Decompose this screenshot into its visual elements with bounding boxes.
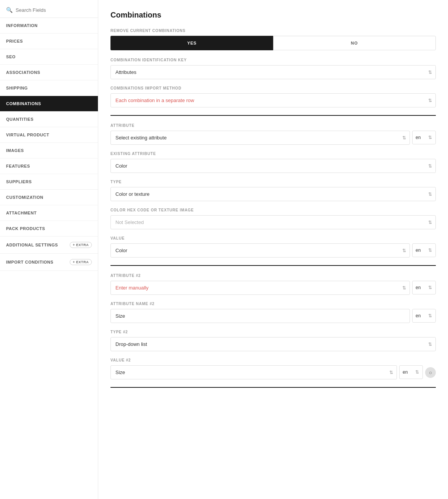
sidebar-item-label-customization: Customization	[6, 195, 43, 200]
sidebar-item-combinations[interactable]: Combinations	[0, 96, 98, 112]
value2-row: Size S M L XL ⇅ en ⇅ ○	[110, 365, 436, 379]
attribute2-group: ATTRIBUTE #2 Enter manually Select exist…	[110, 273, 436, 295]
value2-select-wrapper: Size S M L XL ⇅	[110, 365, 397, 379]
sidebar-item-additional-settings[interactable]: Additional Settings+ EXTRA	[0, 237, 98, 254]
value-lang-select[interactable]: en	[412, 243, 436, 257]
type-select-wrapper: Color or texture Drop-down list Radio bu…	[110, 187, 436, 201]
search-input[interactable]	[16, 7, 92, 13]
type2-group: TYPE #2 Drop-down list Color or texture …	[110, 330, 436, 351]
sidebar-item-extra-badge-import-conditions: + EXTRA	[70, 259, 92, 265]
attribute-label: ATTRIBUTE	[110, 123, 436, 128]
sidebar-item-quantities[interactable]: Quantities	[0, 112, 98, 127]
color-hex-select[interactable]: Not Selected	[110, 215, 436, 229]
attribute-name2-input[interactable]	[110, 309, 410, 323]
sidebar-item-label-import-conditions: Import Conditions	[6, 260, 53, 264]
type2-select[interactable]: Drop-down list Color or texture Radio bu…	[110, 337, 436, 351]
yes-button[interactable]: YES	[110, 36, 273, 50]
value-select-wrapper: Color ⇅	[110, 243, 410, 257]
combinations-import-method-label: COMBINATIONS IMPORT METHOD	[110, 86, 436, 90]
attribute2-row: Enter manually Select existing attribute…	[110, 281, 436, 295]
attribute-name2-lang-select-wrapper: en ⇅	[412, 309, 436, 323]
attribute2-label: ATTRIBUTE #2	[110, 273, 436, 278]
sidebar-item-information[interactable]: Information	[0, 18, 98, 34]
sidebar-search-container: 🔍	[0, 4, 98, 18]
value-group: VALUE Color ⇅ en ⇅	[110, 236, 436, 257]
sidebar-item-import-conditions[interactable]: Import Conditions+ EXTRA	[0, 254, 98, 271]
existing-attribute-group: EXISTING ATTRIBUTE Color Size Weight ⇅	[110, 152, 436, 173]
sidebar-item-label-pack-products: Pack Products	[6, 226, 45, 231]
sidebar-item-label-quantities: Quantities	[6, 117, 34, 122]
existing-attribute-label: EXISTING ATTRIBUTE	[110, 152, 436, 156]
existing-attribute-select-wrapper: Color Size Weight ⇅	[110, 159, 436, 173]
value2-lang-select-wrapper: en ⇅	[399, 365, 423, 379]
sidebar-item-prices[interactable]: Prices	[0, 34, 98, 49]
attribute-row: Select existing attribute Enter manually…	[110, 131, 436, 145]
attribute-select[interactable]: Select existing attribute Enter manually	[110, 131, 410, 145]
sidebar-item-label-suppliers: Suppliers	[6, 179, 32, 184]
attribute-name2-lang-select[interactable]: en	[412, 309, 436, 323]
sidebar-item-associations[interactable]: Associations	[0, 65, 98, 80]
type-label: TYPE	[110, 180, 436, 184]
divider-1	[110, 115, 436, 116]
remove-combinations-group: REMOVE CURRENT COMBINATIONS YES NO	[110, 29, 436, 50]
combination-id-key-select[interactable]: Attributes SKU Reference	[110, 65, 436, 79]
value2-group: VALUE #2 Size S M L XL ⇅ en ⇅	[110, 358, 436, 379]
sidebar-item-label-shipping: Shipping	[6, 86, 28, 90]
value-select[interactable]: Color	[110, 243, 410, 257]
attribute-group: ATTRIBUTE Select existing attribute Ente…	[110, 123, 436, 145]
color-hex-group: COLOR HEX CODE OR TEXTURE IMAGE Not Sele…	[110, 208, 436, 229]
sidebar-item-label-attachment: Attachment	[6, 211, 37, 215]
type2-select-wrapper: Drop-down list Color or texture Radio bu…	[110, 337, 436, 351]
main-content: Combinations REMOVE CURRENT COMBINATIONS…	[98, 0, 448, 499]
sidebar-item-extra-badge-additional-settings: + EXTRA	[70, 242, 92, 248]
sidebar-item-label-additional-settings: Additional Settings	[6, 243, 58, 247]
attribute-name2-group: ATTRIBUTE NAME #2 en ⇅	[110, 302, 436, 323]
value-label: VALUE	[110, 236, 436, 240]
sidebar: 🔍 InformationPricesSEOAssociationsShippi…	[0, 0, 98, 499]
color-hex-label: COLOR HEX CODE OR TEXTURE IMAGE	[110, 208, 436, 212]
attribute-select-wrapper: Select existing attribute Enter manually…	[110, 131, 410, 145]
attribute2-select-wrapper: Enter manually Select existing attribute…	[110, 281, 410, 295]
sidebar-item-label-prices: Prices	[6, 39, 23, 43]
combinations-import-method-select[interactable]: Each combination in a separate row All c…	[110, 93, 436, 107]
type2-label: TYPE #2	[110, 330, 436, 334]
value-lang-select-wrapper: en ⇅	[412, 243, 436, 257]
divider-3	[110, 387, 436, 388]
type-select[interactable]: Color or texture Drop-down list Radio bu…	[110, 187, 436, 201]
combination-id-key-group: COMBINATION IDENTIFICATION KEY Attribute…	[110, 58, 436, 79]
sidebar-item-pack-products[interactable]: Pack Products	[0, 221, 98, 237]
page-title: Combinations	[110, 11, 436, 19]
color-hex-select-wrapper: Not Selected ⇅	[110, 215, 436, 229]
value-row: Color ⇅ en ⇅	[110, 243, 436, 257]
sidebar-item-images[interactable]: Images	[0, 143, 98, 158]
value2-circle-button[interactable]: ○	[425, 367, 436, 378]
attribute2-lang-select-wrapper: en ⇅	[412, 281, 436, 295]
combination-id-key-label: COMBINATION IDENTIFICATION KEY	[110, 58, 436, 62]
sidebar-item-suppliers[interactable]: Suppliers	[0, 174, 98, 190]
sidebar-item-label-associations: Associations	[6, 70, 40, 75]
sidebar-item-seo[interactable]: SEO	[0, 49, 98, 65]
sidebar-item-label-features: Features	[6, 164, 30, 168]
combinations-import-method-select-wrapper: Each combination in a separate row All c…	[110, 93, 436, 107]
sidebar-item-features[interactable]: Features	[0, 158, 98, 174]
combination-id-key-select-wrapper: Attributes SKU Reference ⇅	[110, 65, 436, 79]
value2-lang-select[interactable]: en	[399, 365, 423, 379]
search-icon: 🔍	[6, 7, 13, 13]
sidebar-item-attachment[interactable]: Attachment	[0, 205, 98, 221]
attribute2-select[interactable]: Enter manually Select existing attribute	[110, 281, 410, 295]
value2-select[interactable]: Size S M L XL	[110, 365, 397, 379]
sidebar-item-label-combinations: Combinations	[6, 101, 41, 106]
sidebar-item-label-seo: SEO	[6, 54, 16, 59]
no-button[interactable]: NO	[273, 36, 436, 50]
sidebar-item-virtual-product[interactable]: Virtual Product	[0, 127, 98, 143]
attribute-lang-select-wrapper: en ⇅	[412, 131, 436, 145]
value2-label: VALUE #2	[110, 358, 436, 362]
attribute-lang-select[interactable]: en	[412, 131, 436, 144]
attribute2-lang-select[interactable]: en	[412, 281, 436, 294]
existing-attribute-select[interactable]: Color Size Weight	[110, 159, 436, 173]
combinations-import-method-group: COMBINATIONS IMPORT METHOD Each combinat…	[110, 86, 436, 107]
sidebar-item-customization[interactable]: Customization	[0, 190, 98, 205]
remove-combinations-label: REMOVE CURRENT COMBINATIONS	[110, 29, 436, 33]
sidebar-item-shipping[interactable]: Shipping	[0, 80, 98, 96]
sidebar-item-label-images: Images	[6, 148, 24, 153]
